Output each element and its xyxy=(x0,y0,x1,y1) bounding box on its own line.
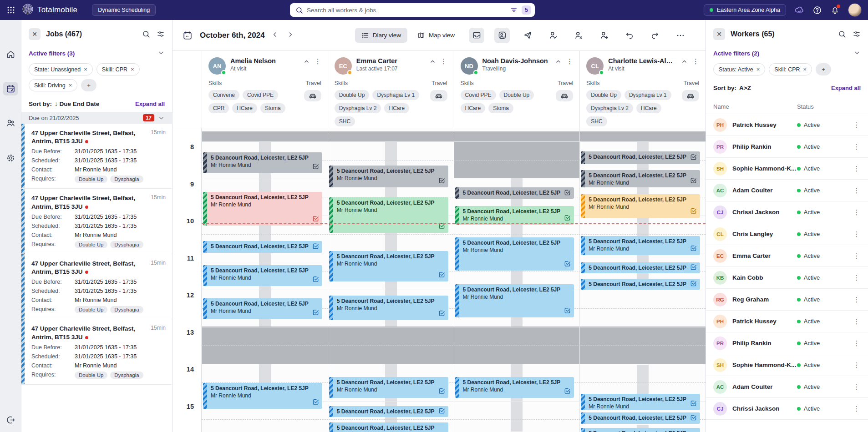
row-menu-icon[interactable]: ⋮ xyxy=(849,294,863,306)
visit-block[interactable]: 5 Deancourt Road, Leicester, LE2 5JPMr R… xyxy=(203,298,322,319)
next-day-button[interactable] xyxy=(285,29,296,41)
filter-chip[interactable]: Skill: CPR× xyxy=(96,63,140,75)
add-filter-button[interactable]: + xyxy=(81,79,96,91)
visit-block[interactable]: 5 Deancourt Road, Leicester, LE2 5JP xyxy=(581,412,700,424)
worker-list-row[interactable]: SHSophie Hammond-K...Active⋮ xyxy=(706,158,868,180)
workers-panel-close-button[interactable]: ✕ xyxy=(713,28,725,40)
add-filter-button[interactable]: + xyxy=(816,63,831,75)
row-menu-icon[interactable]: ⋮ xyxy=(849,119,863,131)
row-menu-icon[interactable]: ⋮ xyxy=(849,359,863,371)
tab-map-view[interactable]: Map view xyxy=(411,28,461,43)
worker-list-row[interactable]: SHSophie Hammond-K...Active⋮ xyxy=(706,354,868,376)
worker-list-row[interactable]: PRPhilip RankinActive⋮ xyxy=(706,136,868,158)
worker-list-row[interactable]: PHPatrick HusseyActive⋮ xyxy=(706,311,868,332)
logout-icon[interactable] xyxy=(3,413,18,427)
sidebar-item-workers[interactable] xyxy=(3,116,18,130)
undo-icon[interactable] xyxy=(622,28,637,43)
row-menu-icon[interactable]: ⋮ xyxy=(849,250,863,262)
visit-block[interactable]: 5 Deancourt Road, Leicester, LE2 5JP xyxy=(581,262,700,273)
collapse-column-icon[interactable] xyxy=(681,58,688,65)
visit-block[interactable]: 5 Deancourt Road, Leicester, LE2 5JPMr R… xyxy=(329,197,448,233)
visit-block[interactable]: 5 Deancourt Road, Leicester, LE2 5JPMr R… xyxy=(581,236,700,255)
workers-expand-all-link[interactable]: Expand all xyxy=(831,85,861,91)
search-input[interactable] xyxy=(307,7,506,14)
row-menu-icon[interactable]: ⋮ xyxy=(849,403,863,415)
collapse-column-icon[interactable] xyxy=(429,58,436,65)
collapse-column-icon[interactable] xyxy=(555,58,562,65)
visit-block[interactable]: 5 Deancourt Road, Leicester, LE2 5JPMr R… xyxy=(329,166,448,187)
worker-list-row[interactable]: PRPhilip RankinActive⋮ xyxy=(706,332,868,354)
job-card[interactable]: 47 Upper Charleville Street, Belfast, An… xyxy=(21,319,172,384)
jobs-search-icon[interactable] xyxy=(142,30,150,38)
redo-icon[interactable] xyxy=(647,28,663,43)
user-avatar[interactable] xyxy=(848,3,862,17)
row-menu-icon[interactable]: ⋮ xyxy=(849,337,863,349)
job-card[interactable]: 47 Upper Charleville Street, Belfast, An… xyxy=(21,124,172,189)
filter-chip[interactable]: Status: Active× xyxy=(713,63,765,75)
visit-block[interactable]: 5 Deancourt Road, Leicester, LE2 5JPMr R… xyxy=(455,206,574,225)
visit-block[interactable]: 5 Deancourt Road, Leicester, LE2 5JPMr R… xyxy=(581,194,700,218)
worker-list-row[interactable]: CJChrissi JacksonActive⋮ xyxy=(706,398,868,420)
search-filter-icon[interactable] xyxy=(510,6,518,14)
visit-block[interactable]: 5 Deancourt Road, Leicester, LE2 5JP xyxy=(329,422,448,432)
more-options-icon[interactable] xyxy=(673,28,688,43)
visit-block[interactable]: 5 Deancourt Road, Leicester, LE2 5JPMr R… xyxy=(329,296,448,320)
worker-list-row[interactable]: ACAdam CoulterActive⋮ xyxy=(706,376,868,398)
row-menu-icon[interactable]: ⋮ xyxy=(849,206,863,218)
remove-filter-icon[interactable]: × xyxy=(84,66,87,73)
visit-block[interactable]: 5 Deancourt Road, Leicester, LE2 5JPMr R… xyxy=(203,265,322,286)
workers-sort-value[interactable]: A>Z xyxy=(739,85,751,91)
visit-block[interactable]: 5 Deancourt Road, Leicester, LE2 5JPMr R… xyxy=(203,383,322,409)
worker-list-row[interactable]: KBKain CobbActive⋮ xyxy=(706,267,868,289)
visit-block[interactable]: 5 Deancourt Road, Leicester, LE2 5JP xyxy=(581,428,700,432)
product-badge[interactable]: Dynamic Scheduling xyxy=(92,4,156,16)
tab-diary-view[interactable]: Diary view xyxy=(355,28,407,43)
remove-filter-icon[interactable]: × xyxy=(756,66,760,73)
visit-block[interactable]: 5 Deancourt Road, Leicester, LE2 5JPMr R… xyxy=(329,377,448,398)
workers-filter-settings-icon[interactable] xyxy=(853,30,861,38)
worker-list-row[interactable]: CJChrissi JacksonActive⋮ xyxy=(706,201,868,223)
jobs-expand-all-link[interactable]: Expand all xyxy=(135,100,165,107)
worker-list-row[interactable]: ACAdam CoulterActive⋮ xyxy=(706,180,868,201)
worker-avatar[interactable]: CL xyxy=(586,57,604,75)
sidebar-item-schedule[interactable] xyxy=(3,82,18,95)
app-grid-menu-button[interactable] xyxy=(6,5,15,15)
visit-block[interactable]: 5 Deancourt Road, Leicester, LE2 5JPMr R… xyxy=(455,284,574,317)
assign-worker-icon[interactable] xyxy=(494,28,510,43)
jobs-panel-close-button[interactable]: ✕ xyxy=(29,28,41,40)
column-menu-icon[interactable]: ⋮ xyxy=(441,57,447,65)
prev-day-button[interactable] xyxy=(269,29,280,41)
remove-filter-icon[interactable]: × xyxy=(131,66,134,73)
chevron-down-icon[interactable] xyxy=(853,49,861,58)
visit-block[interactable]: 5 Deancourt Road, Leicester, LE2 5JPMr R… xyxy=(329,251,448,281)
reallocate-worker-icon[interactable] xyxy=(596,28,612,43)
remove-filter-icon[interactable]: × xyxy=(69,82,72,89)
filter-chip[interactable]: Skill: Driving× xyxy=(29,79,77,91)
column-menu-icon[interactable]: ⋮ xyxy=(692,57,699,65)
row-menu-icon[interactable]: ⋮ xyxy=(849,185,863,196)
filter-chip[interactable]: Skill: CPR× xyxy=(769,63,812,75)
visit-block[interactable]: 5 Deancourt Road, Leicester, LE2 5JPMr R… xyxy=(581,170,700,187)
row-menu-icon[interactable]: ⋮ xyxy=(849,316,863,327)
row-menu-icon[interactable]: ⋮ xyxy=(849,163,863,175)
job-card[interactable]: 47 Upper Charleville Street, Belfast, An… xyxy=(21,189,172,254)
worker-avatar[interactable]: EC xyxy=(335,57,352,75)
sidebar-item-home[interactable] xyxy=(3,47,18,61)
worker-list-row[interactable]: CLChris LangleyActive⋮ xyxy=(706,223,868,245)
row-menu-icon[interactable]: ⋮ xyxy=(849,228,863,240)
jobs-filter-settings-icon[interactable] xyxy=(157,30,165,38)
visit-block[interactable]: 5 Deancourt Road, Leicester, LE2 5JP xyxy=(203,241,322,253)
send-jobs-icon[interactable] xyxy=(520,28,535,43)
row-menu-icon[interactable]: ⋮ xyxy=(849,381,863,393)
jobs-active-filters-row[interactable]: Active filters (3) xyxy=(21,43,172,59)
worker-avatar[interactable]: AN xyxy=(208,57,226,75)
worker-list-row[interactable]: ECEmma CarterActive⋮ xyxy=(706,245,868,267)
remove-filter-icon[interactable]: × xyxy=(803,66,807,73)
jobs-group-header[interactable]: Due on 21/02/2025 17 xyxy=(21,112,172,124)
worker-list-row[interactable]: PHPatrick HusseyActive⋮ xyxy=(706,114,868,136)
job-card[interactable]: 47 Upper Charleville Street, Belfast, An… xyxy=(21,254,172,319)
filter-chip[interactable]: State: Unassigned× xyxy=(29,63,93,75)
unassign-worker-icon[interactable] xyxy=(571,28,586,43)
column-menu-icon[interactable]: ⋮ xyxy=(315,57,321,65)
visit-block[interactable]: 5 Deancourt Road, Leicester, LE2 5JPMr R… xyxy=(581,394,700,410)
